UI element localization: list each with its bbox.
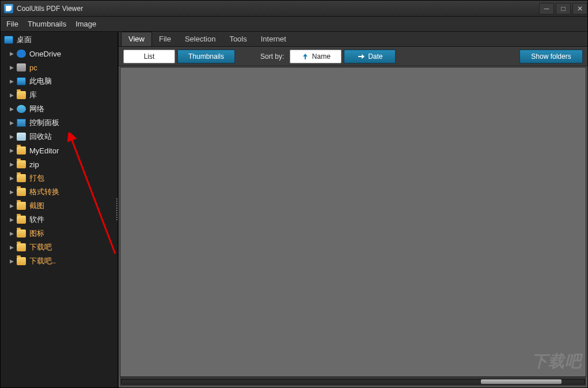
tab-strip: ViewFileSelectionToolsInternet [119, 32, 587, 47]
tree-item-label: 此电脑 [29, 76, 52, 86]
tree-item-label: 软件 [29, 214, 44, 225]
folder-icon [17, 257, 26, 265]
maximize-button[interactable]: □ [556, 3, 571, 14]
sort-up-icon [301, 52, 309, 61]
folder-icon [17, 243, 26, 251]
tree-item[interactable]: ▶zip [1, 157, 117, 171]
bin-icon [17, 133, 26, 141]
tree-item-label: 下载吧.. [29, 256, 56, 266]
expander-icon[interactable]: ▶ [9, 134, 14, 140]
tree-root-row[interactable]: 桌面 [1, 33, 117, 47]
menu-bar: File Thumbnails Image [1, 17, 587, 32]
tree-item[interactable]: ▶截图 [1, 199, 117, 213]
expander-icon[interactable]: ▶ [9, 175, 14, 181]
expander-icon[interactable]: ▶ [9, 231, 14, 236]
tree-item-label: 格式转换 [29, 187, 59, 197]
tab-internet[interactable]: Internet [254, 32, 293, 46]
expander-icon[interactable]: ▶ [9, 65, 14, 70]
app-body: 桌面 ▶OneDrive▶pc▶此电脑▶库▶网络▶控制面板▶回收站▶MyEdit… [1, 32, 587, 387]
tree-item-label: 截图 [29, 201, 44, 211]
expander-icon[interactable]: ▶ [9, 189, 14, 195]
folder-tree[interactable]: 桌面 ▶OneDrive▶pc▶此电脑▶库▶网络▶控制面板▶回收站▶MyEdit… [1, 32, 118, 387]
expander-icon[interactable]: ▶ [9, 217, 14, 223]
expander-icon[interactable]: ▶ [9, 203, 14, 209]
tree-item[interactable]: ▶pc [1, 61, 117, 74]
menu-image[interactable]: Image [75, 20, 96, 28]
expander-icon[interactable]: ▶ [9, 120, 14, 126]
tree-item-label: 控制面板 [29, 118, 59, 128]
title-bar: CoolUtils PDF Viewer ─ □ ✕ [1, 1, 587, 17]
expander-icon[interactable]: ▶ [9, 51, 14, 56]
tab-view[interactable]: View [121, 32, 152, 46]
tree-item-label: 打包 [29, 173, 44, 183]
expander-icon[interactable]: ▶ [9, 148, 14, 153]
tree-item-label: OneDrive [29, 50, 61, 58]
close-button[interactable]: ✕ [572, 3, 587, 14]
tree-item[interactable]: ▶格式转换 [1, 185, 117, 199]
expander-icon[interactable]: ▶ [9, 244, 14, 250]
cloud-icon [17, 50, 26, 58]
expander-icon[interactable]: ▶ [9, 92, 14, 98]
tree-item-label: 库 [29, 90, 37, 100]
tree-item-label: pc [29, 63, 37, 72]
expander-icon[interactable]: ▶ [9, 78, 14, 84]
tree-item[interactable]: ▶回收站 [1, 130, 117, 144]
folder-icon [17, 229, 26, 238]
sortby-label: Sort by: [260, 52, 284, 61]
tree-item[interactable]: ▶OneDrive [1, 47, 117, 61]
folder-icon [17, 174, 26, 182]
tab-selection[interactable]: Selection [178, 32, 222, 46]
main-panel: ViewFileSelectionToolsInternet List Thum… [118, 32, 587, 387]
folder-icon [17, 202, 26, 210]
pc-icon [17, 63, 26, 71]
scrollbar-thumb[interactable] [481, 379, 562, 384]
scrollbar-track[interactable] [121, 379, 585, 385]
expander-icon[interactable]: ▶ [9, 161, 14, 167]
folder-icon [17, 216, 26, 224]
tree-root-label: 桌面 [17, 35, 32, 45]
tree-item-label: 网络 [29, 104, 44, 114]
sort-date-button[interactable]: Date [344, 50, 396, 63]
desktop-icon [4, 36, 13, 44]
net-icon [17, 105, 26, 113]
tree-item-label: MyEditor [29, 146, 59, 155]
window-title: CoolUtils PDF Viewer [17, 5, 83, 13]
file-view-area[interactable] [120, 67, 586, 377]
tree-item[interactable]: ▶MyEditor [1, 144, 117, 157]
minimize-button[interactable]: ─ [539, 3, 554, 14]
app-icon [4, 4, 13, 13]
tree-item[interactable]: ▶网络 [1, 102, 117, 116]
tab-tools[interactable]: Tools [222, 32, 253, 46]
tree-item-label: 下载吧 [29, 242, 52, 253]
menu-file[interactable]: File [6, 20, 18, 28]
tree-item[interactable]: ▶库 [1, 88, 117, 102]
tree-item[interactable]: ▶图标 [1, 227, 117, 240]
thumbnails-button[interactable]: Thumbnails [177, 50, 235, 63]
folder-icon [17, 188, 26, 196]
show-folders-button[interactable]: Show folders [519, 50, 583, 63]
sort-name-button[interactable]: Name [290, 50, 342, 63]
tree-item[interactable]: ▶控制面板 [1, 116, 117, 130]
app-window: CoolUtils PDF Viewer ─ □ ✕ File Thumbnai… [0, 0, 588, 388]
menu-thumbnails[interactable]: Thumbnails [28, 20, 66, 28]
expander-icon[interactable]: ▶ [9, 106, 14, 112]
tree-item-label: 图标 [29, 228, 44, 239]
list-button[interactable]: List [123, 50, 175, 63]
view-toolbar: List Thumbnails Sort by: Name Date Show … [119, 47, 587, 66]
tree-item[interactable]: ▶打包 [1, 171, 117, 185]
arrow-right-icon [357, 52, 365, 61]
tree-item-label: 回收站 [29, 131, 52, 142]
folder-icon [17, 160, 26, 168]
expander-icon[interactable]: ▶ [9, 258, 14, 264]
horizontal-scrollbar[interactable] [120, 377, 586, 386]
tree-item[interactable]: ▶软件 [1, 213, 117, 227]
folder-icon [17, 91, 26, 99]
monitor-icon [17, 77, 26, 85]
tree-item-label: zip [29, 160, 39, 169]
tree-item[interactable]: ▶下载吧.. [1, 254, 117, 268]
tab-file[interactable]: File [152, 32, 178, 46]
folder-icon [17, 146, 26, 155]
panel-icon [17, 119, 26, 127]
tree-item[interactable]: ▶下载吧 [1, 240, 117, 254]
tree-item[interactable]: ▶此电脑 [1, 74, 117, 88]
